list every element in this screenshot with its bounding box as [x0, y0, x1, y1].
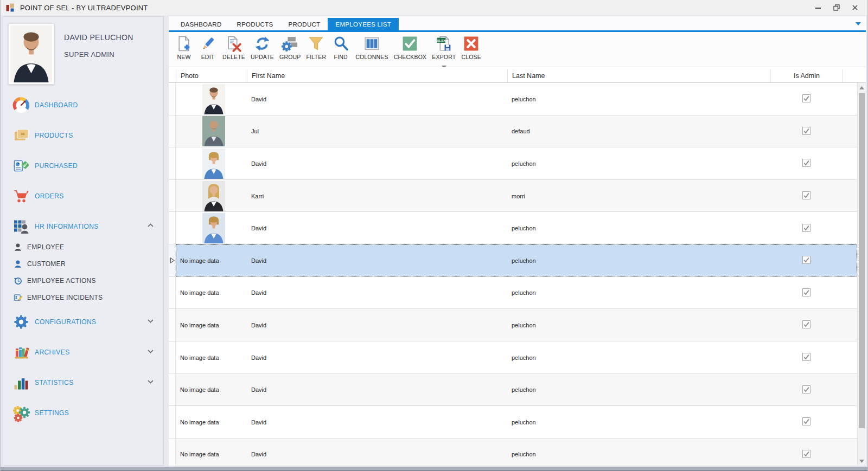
column-header-first-name[interactable]: First Name: [247, 69, 507, 82]
is-admin-checkbox[interactable]: [802, 320, 810, 330]
tab-product[interactable]: PRODUCT: [280, 18, 328, 30]
chevron-down-icon[interactable]: [146, 378, 155, 388]
cell-first-name: David: [247, 341, 507, 374]
scroll-down-arrow-icon[interactable]: [858, 456, 866, 466]
delete-button[interactable]: DELETE: [220, 34, 248, 60]
sidebar-item-products[interactable]: PRODUCTS: [3, 124, 163, 147]
employee-photo: [180, 181, 247, 211]
new-button[interactable]: NEW: [172, 34, 196, 60]
toolbar-button-label: NEW: [177, 54, 190, 60]
is-admin-checkbox[interactable]: [802, 191, 810, 201]
column-header-is-admin[interactable]: Is Admin: [770, 69, 843, 82]
is-admin-checkbox[interactable]: [802, 450, 810, 459]
sidebar-item-dashboard[interactable]: DASHBOARD: [3, 93, 163, 117]
purchased-doc-tag-icon: $: [12, 157, 30, 175]
chevron-down-icon[interactable]: [146, 347, 155, 357]
tab-overflow-dropdown-icon[interactable]: [855, 18, 861, 28]
cell-last-name: peluchon: [507, 341, 770, 374]
cell-filler: [843, 309, 857, 341]
close-button[interactable]: [846, 1, 864, 14]
column-header-filler: [843, 69, 857, 82]
checkbox-button[interactable]: CHECKBOX: [391, 34, 430, 60]
cell-photo: [176, 115, 247, 148]
scrollbar-thumb[interactable]: [859, 93, 865, 428]
update-button[interactable]: UPDATE: [248, 34, 277, 60]
minimize-button[interactable]: [809, 1, 827, 14]
user-profile: DAVID PELUCHON SUPER ADMIN: [3, 17, 163, 85]
cell-filler: [843, 180, 857, 212]
sidebar-item-purchased[interactable]: $PURCHASED: [3, 154, 163, 178]
scroll-up-arrow-icon[interactable]: [858, 83, 866, 92]
no-image-text: No image data: [180, 451, 219, 457]
incident-note-icon: [14, 293, 22, 302]
table-row[interactable]: No image dataDavidpeluchon: [169, 309, 857, 341]
vertical-scrollbar[interactable]: [857, 83, 866, 466]
restore-icon: [833, 4, 840, 11]
gears-multi-icon: [12, 404, 30, 422]
sidebar-item-employee[interactable]: EMPLOYEE: [3, 238, 163, 255]
is-admin-checkbox[interactable]: [802, 159, 810, 168]
close-button[interactable]: CLOSE: [458, 34, 484, 60]
column-header-last-name[interactable]: Last Name: [507, 69, 770, 82]
sidebar-subitem-label: EMPLOYEE INCIDENTS: [27, 294, 103, 301]
chevron-down-icon[interactable]: [146, 317, 155, 327]
cell-photo: No image data: [176, 373, 247, 406]
sidebar-item-customer[interactable]: CUSTOMER: [3, 255, 163, 272]
table-row[interactable]: No image dataDavidpeluchon: [169, 406, 857, 438]
sidebar-item-settings[interactable]: SETTINGS: [3, 401, 163, 425]
table-row[interactable]: No image dataDavidpeluchon: [169, 277, 857, 309]
toolbar-button-label: CLOSE: [461, 54, 481, 60]
restore-button[interactable]: [827, 1, 846, 14]
table-row[interactable]: Davidpeluchon: [169, 83, 857, 115]
is-admin-checkbox[interactable]: [802, 94, 810, 104]
tab-employees-list[interactable]: EMPLOYEES LIST: [328, 18, 399, 30]
scrollbar-track[interactable]: [858, 92, 866, 456]
export-button[interactable]: XLSXEXPORT: [429, 34, 458, 70]
chevron-up-icon[interactable]: [146, 222, 155, 231]
cell-filler: [843, 212, 857, 244]
column-header-photo[interactable]: Photo: [176, 69, 247, 82]
cell-last-name: peluchon: [507, 244, 770, 277]
edit-button[interactable]: EDIT: [196, 34, 220, 60]
is-admin-checkbox[interactable]: [802, 127, 810, 136]
app-window: POINT OF SEL - BY ULTRADEVPOINT DAVID PE…: [0, 0, 868, 471]
is-admin-checkbox[interactable]: [802, 385, 810, 395]
table-row-selected[interactable]: No image dataDavidpeluchon: [169, 244, 857, 277]
is-admin-checkbox[interactable]: [802, 256, 810, 265]
is-admin-checkbox[interactable]: [802, 353, 810, 362]
sidebar-item-statistics[interactable]: STATISTICS: [3, 371, 163, 395]
employee-photo: [180, 213, 247, 243]
cell-photo: No image data: [176, 309, 247, 341]
row-indicator: [169, 277, 176, 309]
sidebar-item-hr-informations[interactable]: HR INFORMATIONS: [3, 215, 163, 238]
tab-rpoducts[interactable]: RPODUCTS: [229, 18, 281, 30]
is-admin-checkbox[interactable]: [802, 288, 810, 298]
find-button[interactable]: FIND: [329, 34, 353, 60]
group-gear-icon: [282, 35, 298, 52]
sidebar-item-orders[interactable]: ORDERS: [3, 184, 163, 208]
table-row[interactable]: Karrimorri: [169, 180, 857, 212]
table-row[interactable]: No image dataDavidpeluchon: [169, 438, 857, 466]
colonnes-button[interactable]: COLONNES: [353, 34, 391, 60]
sidebar-item-employee-actions[interactable]: EMPLOYEE ACTIONS: [3, 272, 163, 289]
cell-last-name: peluchon: [507, 212, 770, 244]
cell-is-admin: [770, 438, 843, 466]
is-admin-checkbox[interactable]: [802, 224, 810, 233]
filter-button[interactable]: FILTER: [304, 34, 329, 60]
table-row[interactable]: Davidpeluchon: [169, 212, 857, 244]
row-indicator: [169, 147, 176, 180]
table-row[interactable]: No image dataDavidpeluchon: [169, 373, 857, 406]
sidebar-item-employee-incidents[interactable]: EMPLOYEE INCIDENTS: [3, 289, 163, 306]
tab-dashboard[interactable]: DASHBOARD: [173, 18, 229, 30]
table-row[interactable]: Juldefaud: [169, 115, 857, 148]
sidebar-item-archives[interactable]: ARCHIVES: [3, 340, 163, 364]
is-admin-checkbox[interactable]: [802, 417, 810, 427]
toolbar-button-label: FIND: [334, 54, 348, 60]
close-x-icon: [463, 35, 480, 52]
table-row[interactable]: Davidpeluchon: [169, 147, 857, 180]
gear-blue-icon: [12, 313, 30, 331]
sidebar-item-configurations[interactable]: CONFIGURATIONS: [3, 310, 163, 334]
table-row[interactable]: No image dataDavidpeluchon: [169, 341, 857, 374]
group-button[interactable]: GROUP: [277, 34, 304, 60]
cell-photo: No image data: [176, 277, 247, 309]
